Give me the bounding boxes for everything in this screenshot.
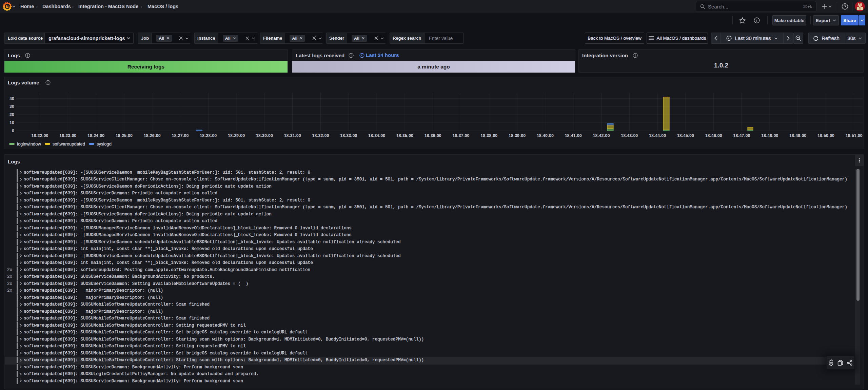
- svg-text:18:41:00: 18:41:00: [565, 133, 582, 138]
- svg-text:18:33:00: 18:33:00: [340, 133, 357, 138]
- svg-text:18:25:00: 18:25:00: [116, 133, 133, 138]
- svg-text:18:22:00: 18:22:00: [31, 133, 48, 138]
- svg-text:18:45:00: 18:45:00: [677, 133, 694, 138]
- svg-text:18:50:00: 18:50:00: [817, 133, 834, 138]
- svg-text:18:28:00: 18:28:00: [200, 133, 217, 138]
- svg-text:18:47:00: 18:47:00: [733, 133, 750, 138]
- svg-text:0: 0: [12, 129, 14, 133]
- svg-text:18:31:00: 18:31:00: [284, 133, 301, 138]
- svg-text:18:43:00: 18:43:00: [621, 133, 638, 138]
- svg-text:18:27:00: 18:27:00: [172, 133, 189, 138]
- svg-text:40: 40: [9, 96, 14, 101]
- svg-text:18:38:00: 18:38:00: [480, 133, 497, 138]
- svg-text:18:30:00: 18:30:00: [256, 133, 273, 138]
- svg-text:18:37:00: 18:37:00: [452, 133, 469, 138]
- svg-text:18:24:00: 18:24:00: [87, 133, 104, 138]
- svg-text:18:39:00: 18:39:00: [509, 133, 526, 138]
- svg-text:18:26:00: 18:26:00: [144, 133, 161, 138]
- svg-text:10: 10: [9, 120, 14, 125]
- svg-text:30: 30: [9, 104, 14, 109]
- svg-text:18:46:00: 18:46:00: [705, 133, 722, 138]
- svg-text:18:34:00: 18:34:00: [368, 133, 385, 138]
- svg-text:18:35:00: 18:35:00: [396, 133, 413, 138]
- svg-text:20: 20: [9, 112, 14, 117]
- svg-text:18:32:00: 18:32:00: [312, 133, 329, 138]
- svg-text:18:40:00: 18:40:00: [537, 133, 554, 138]
- svg-text:18:49:00: 18:49:00: [789, 133, 806, 138]
- svg-text:18:48:00: 18:48:00: [761, 133, 778, 138]
- svg-text:18:42:00: 18:42:00: [593, 133, 610, 138]
- svg-text:18:23:00: 18:23:00: [59, 133, 76, 138]
- svg-text:18:44:00: 18:44:00: [649, 133, 666, 138]
- svg-text:18:36:00: 18:36:00: [425, 133, 441, 138]
- svg-text:18:51:00: 18:51:00: [846, 133, 863, 138]
- svg-text:18:29:00: 18:29:00: [228, 133, 245, 138]
